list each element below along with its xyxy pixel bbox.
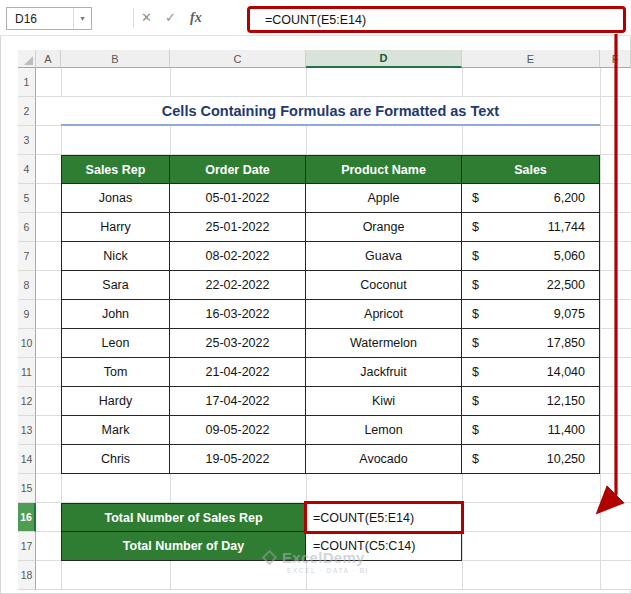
currency-symbol: $ (472, 365, 479, 379)
toolbar-divider (133, 8, 134, 28)
currency-symbol: $ (472, 191, 479, 205)
spreadsheet-grid: A B C D E F 1 2 3 4 5 6 7 8 9 10 11 12 1… (18, 50, 631, 590)
sales-amount: 12,150 (547, 394, 585, 408)
currency-symbol: $ (472, 452, 479, 466)
cell-E5[interactable]: $ 6,200 (462, 184, 600, 213)
cell-B7[interactable]: Nick (61, 242, 170, 271)
cell-C9[interactable]: 16-03-2022 (170, 300, 306, 329)
row-header-2[interactable]: 2 (18, 97, 36, 126)
cell-E10[interactable]: $ 17,850 (462, 329, 600, 358)
cell-D17-formula[interactable]: =COUNT(C5:C14) (306, 532, 462, 561)
cell-E12[interactable]: $ 12,150 (462, 387, 600, 416)
cell-D4-header-product-name[interactable]: Product Name (306, 155, 462, 184)
cell-E9[interactable]: $ 9,075 (462, 300, 600, 329)
cell-E6[interactable]: $ 11,744 (462, 213, 600, 242)
cell-B5[interactable]: Jonas (61, 184, 170, 213)
cell-B11[interactable]: Tom (61, 358, 170, 387)
sales-amount: 6,200 (554, 191, 585, 205)
chevron-down-icon[interactable]: ▾ (73, 8, 91, 29)
row-header-11[interactable]: 11 (18, 358, 36, 387)
cell-C6[interactable]: 25-01-2022 (170, 213, 306, 242)
cell-B10[interactable]: Leon (61, 329, 170, 358)
currency-symbol: $ (472, 336, 479, 350)
sales-amount: 22,500 (547, 278, 585, 292)
row-header-13[interactable]: 13 (18, 416, 36, 445)
name-box[interactable]: D16 ▾ (6, 7, 92, 30)
cell-D9[interactable]: Apricot (306, 300, 462, 329)
row-header-17[interactable]: 17 (18, 532, 36, 561)
cell-D5[interactable]: Apple (306, 184, 462, 213)
column-header-B[interactable]: B (61, 50, 170, 68)
cell-D8[interactable]: Coconut (306, 271, 462, 300)
checkmark-icon[interactable]: ✓ (165, 0, 176, 36)
cell-B13[interactable]: Mark (61, 416, 170, 445)
column-header-A[interactable]: A (36, 50, 61, 68)
cell-E7[interactable]: $ 5,060 (462, 242, 600, 271)
column-header-F[interactable]: F (600, 50, 631, 68)
cell-C4-header-order-date[interactable]: Order Date (170, 155, 306, 184)
excel-window: D16 ▾ ✕ ✓ fx =COUNT(E5:E14) A B C D E F … (0, 0, 631, 594)
sheet-title[interactable]: Cells Containing Formulas are Formatted … (61, 97, 600, 126)
cell-B8[interactable]: Sara (61, 271, 170, 300)
name-box-value: D16 (7, 12, 73, 26)
row-header-8[interactable]: 8 (18, 271, 36, 300)
cell-D10[interactable]: Watermelon (306, 329, 462, 358)
column-header-E[interactable]: E (462, 50, 600, 68)
cell-E4-header-sales[interactable]: Sales (462, 155, 600, 184)
cell-E11[interactable]: $ 14,040 (462, 358, 600, 387)
row-header-9[interactable]: 9 (18, 300, 36, 329)
cell-C11[interactable]: 21-04-2022 (170, 358, 306, 387)
sales-amount: 11,400 (548, 423, 585, 437)
cell-D13[interactable]: Lemon (306, 416, 462, 445)
row-header-16-selected[interactable]: 16 (18, 503, 36, 532)
cell-C14[interactable]: 19-05-2022 (170, 445, 306, 474)
cell-C7[interactable]: 08-02-2022 (170, 242, 306, 271)
cell-B12[interactable]: Hardy (61, 387, 170, 416)
row-header-4[interactable]: 4 (18, 155, 36, 184)
sales-amount: 5,060 (554, 249, 585, 263)
row-header-7[interactable]: 7 (18, 242, 36, 271)
cell-D14[interactable]: Avocado (306, 445, 462, 474)
cell-D7[interactable]: Guava (306, 242, 462, 271)
cell-B9[interactable]: John (61, 300, 170, 329)
cell-E13[interactable]: $ 11,400 (462, 416, 600, 445)
cell-B4-header-sales-rep[interactable]: Sales Rep (61, 155, 170, 184)
cell-C12[interactable]: 17-04-2022 (170, 387, 306, 416)
cell-B17-total-day-label[interactable]: Total Number of Day (61, 532, 306, 561)
select-all-button[interactable] (18, 50, 36, 68)
select-all-triangle-icon (24, 56, 33, 65)
formula-bar[interactable]: =COUNT(E5:E14) (247, 6, 626, 33)
row-header-14[interactable]: 14 (18, 445, 36, 474)
cell-E8[interactable]: $ 22,500 (462, 271, 600, 300)
cell-C13[interactable]: 09-05-2022 (170, 416, 306, 445)
cell-C8[interactable]: 22-02-2022 (170, 271, 306, 300)
cell-D16-selected-formula[interactable]: =COUNT(E5:E14) (306, 503, 462, 532)
currency-symbol: $ (472, 249, 479, 263)
sales-amount: 9,075 (554, 307, 585, 321)
row-header-3[interactable]: 3 (18, 126, 36, 155)
cell-C10[interactable]: 25-03-2022 (170, 329, 306, 358)
cell-D12[interactable]: Kiwi (306, 387, 462, 416)
row-header-1[interactable]: 1 (18, 68, 36, 97)
cell-D6[interactable]: Orange (306, 213, 462, 242)
row-header-10[interactable]: 10 (18, 329, 36, 358)
cancel-icon[interactable]: ✕ (141, 0, 152, 36)
sales-amount: 17,850 (547, 336, 585, 350)
cell-E14[interactable]: $ 10,250 (462, 445, 600, 474)
cell-B14[interactable]: Chris (61, 445, 170, 474)
column-header-C[interactable]: C (170, 50, 306, 68)
cell-B6[interactable]: Harry (61, 213, 170, 242)
cell-C5[interactable]: 05-01-2022 (170, 184, 306, 213)
row-header-5[interactable]: 5 (18, 184, 36, 213)
row-header-12[interactable]: 12 (18, 387, 36, 416)
row-header-18[interactable]: 18 (18, 561, 36, 590)
cell-D11[interactable]: Jackfruit (306, 358, 462, 387)
insert-function-icon[interactable]: fx (190, 0, 202, 36)
row-header-6[interactable]: 6 (18, 213, 36, 242)
cell-B16-total-sales-rep-label[interactable]: Total Number of Sales Rep (61, 503, 306, 532)
sales-amount: 14,040 (547, 365, 585, 379)
column-header-D-selected[interactable]: D (306, 50, 462, 68)
row-header-15[interactable]: 15 (18, 474, 36, 503)
formula-toolbar: D16 ▾ ✕ ✓ fx =COUNT(E5:E14) (0, 0, 631, 36)
currency-symbol: $ (472, 394, 479, 408)
